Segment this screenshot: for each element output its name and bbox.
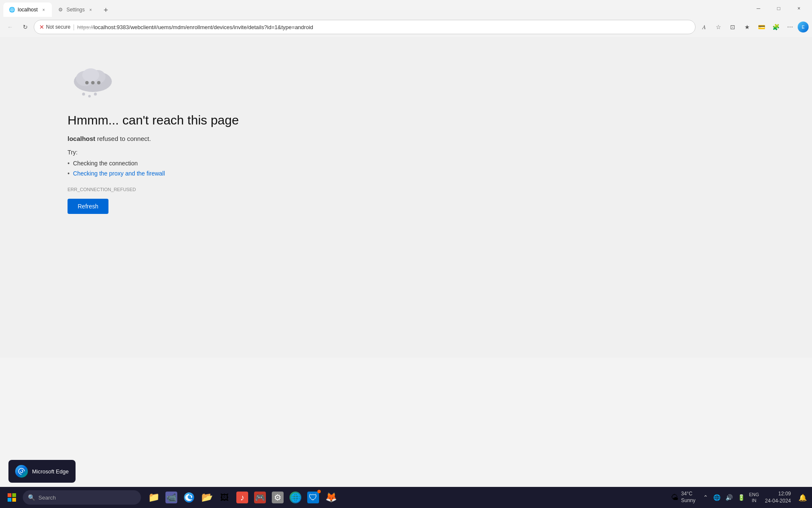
notification-button[interactable]: 🔔: [797, 492, 809, 503]
svg-point-3: [82, 68, 99, 82]
tab-localhost[interactable]: 🌐 localhost ×: [3, 3, 52, 17]
maps-icon: 🌐: [290, 492, 301, 503]
taskbar: 🔍 Search 📁 📹 📂: [0, 487, 812, 508]
try-item-connection-text: Checking the connection: [73, 160, 138, 167]
url-display: https://localhost:9383/webclient#/uems/m…: [77, 24, 690, 30]
refresh-button[interactable]: ↻: [19, 20, 32, 34]
taskbar-app-music[interactable]: ♪: [234, 489, 251, 506]
taskbar-pinned-apps: 📁 📹 📂 🖼 ♪: [145, 489, 339, 506]
teams-icon: 📹: [165, 492, 177, 503]
taskbar-app-security[interactable]: 🛡: [305, 489, 322, 506]
read-aloud-button[interactable]: 𝐴: [697, 20, 711, 34]
settings-icon: ⚙: [272, 492, 284, 503]
show-hidden-icon[interactable]: ⌃: [701, 492, 710, 503]
taskbar-app-app1[interactable]: 🎮: [252, 489, 268, 506]
security-app-icon: 🛡: [307, 492, 319, 503]
try-item-proxy-link[interactable]: Checking the proxy and the firewall: [73, 170, 165, 177]
file-explorer-icon: 📁: [148, 492, 160, 503]
volume-icon[interactable]: 🔊: [724, 492, 734, 503]
tab-close-localhost[interactable]: ×: [40, 6, 47, 13]
error-illustration: [68, 62, 118, 100]
taskbar-weather[interactable]: 🌤 34°C Sunny: [668, 489, 699, 505]
security-error-icon: ✕: [39, 24, 44, 30]
taskbar-search-box[interactable]: 🔍 Search: [23, 490, 141, 505]
extensions-button[interactable]: 🧩: [769, 20, 782, 34]
security-label: Not secure: [46, 24, 70, 30]
svg-rect-13: [12, 498, 16, 502]
edge-logo: [15, 465, 28, 478]
taskbar-search-text: Search: [38, 494, 56, 501]
tab-favicon-localhost: 🌐: [8, 6, 15, 13]
taskbar-app-gallery[interactable]: 🖼: [216, 489, 233, 506]
svg-rect-12: [8, 498, 11, 502]
url-scheme: https://: [77, 24, 94, 30]
page-content: Hmmm... can't reach this page localhost …: [0, 37, 812, 358]
taskbar-app-maps[interactable]: 🌐: [287, 489, 304, 506]
date-display: 24-04-2024: [765, 497, 791, 505]
svg-rect-10: [8, 493, 11, 497]
tabs-area: 🌐 localhost × ⚙ Settings × +: [3, 0, 745, 17]
edge-notification-text: Microsoft Edge: [32, 468, 69, 475]
try-item-proxy: Checking the proxy and the firewall: [68, 170, 165, 177]
gallery-icon: 🖼: [219, 492, 230, 503]
firefox-icon: 🦊: [325, 492, 337, 503]
address-bar[interactable]: ✕ Not secure | https://localhost:9383/we…: [34, 20, 696, 34]
svg-point-7: [82, 93, 85, 96]
battery-icon[interactable]: 🔋: [736, 492, 747, 503]
new-tab-button[interactable]: +: [99, 3, 113, 17]
security-indicator: ✕ Not secure: [39, 24, 70, 30]
error-hostname: localhost: [68, 135, 95, 142]
split-screen-button[interactable]: ⊡: [726, 20, 739, 34]
try-item-connection: Checking the connection: [68, 160, 165, 167]
windows-logo-icon: [7, 493, 16, 502]
tab-favicon-settings: ⚙: [57, 6, 64, 13]
weather-temp: 34°C: [681, 491, 696, 497]
taskbar-app-folder[interactable]: 📂: [198, 489, 215, 506]
weather-condition: Sunny: [681, 497, 696, 504]
error-subtitle-rest: refused to connect.: [95, 135, 151, 142]
wallet-button[interactable]: 💳: [755, 20, 768, 34]
taskbar-right: 🌤 34°C Sunny ⌃ 🌐 🔊 🔋 ENG IN 12:09 24-04-…: [668, 489, 809, 505]
svg-point-5: [91, 81, 95, 84]
taskbar-app-teams[interactable]: 📹: [163, 489, 180, 506]
music-icon: ♪: [236, 492, 248, 503]
lang-line1: ENG: [749, 492, 759, 497]
taskbar-app-settings[interactable]: ⚙: [269, 489, 286, 506]
edge-notification: Microsoft Edge: [8, 460, 76, 483]
error-code: ERR_CONNECTION_REFUSED: [68, 187, 136, 192]
window-controls: ─ □ ×: [749, 2, 809, 15]
profile-button[interactable]: E: [798, 22, 809, 32]
maximize-button[interactable]: □: [769, 2, 788, 15]
svg-point-8: [88, 95, 91, 97]
taskbar-time[interactable]: 12:09 24-04-2024: [762, 490, 794, 505]
app1-icon: 🎮: [254, 492, 266, 503]
refresh-page-button[interactable]: Refresh: [68, 199, 108, 214]
svg-point-6: [97, 81, 100, 84]
network-icon[interactable]: 🌐: [712, 492, 722, 503]
weather-info: 34°C Sunny: [681, 491, 696, 504]
svg-rect-11: [12, 493, 16, 497]
taskbar-app-file-explorer[interactable]: 📁: [145, 489, 162, 506]
notification-dot: [317, 490, 321, 493]
try-label: Try:: [68, 149, 78, 156]
try-list: Checking the connection Checking the pro…: [68, 160, 165, 180]
tab-settings[interactable]: ⚙ Settings ×: [52, 3, 99, 17]
close-button[interactable]: ×: [789, 2, 809, 15]
favorites-button[interactable]: ☆: [712, 20, 725, 34]
start-button[interactable]: [3, 489, 20, 506]
more-tools-button[interactable]: ⋯: [783, 20, 797, 34]
taskbar-language[interactable]: ENG IN: [749, 492, 759, 504]
collections-button[interactable]: ★: [740, 20, 754, 34]
svg-point-9: [94, 93, 97, 96]
error-title: Hmmm... can't reach this page: [68, 113, 239, 127]
minimize-button[interactable]: ─: [749, 2, 768, 15]
back-button[interactable]: ←: [3, 20, 17, 34]
tab-close-settings[interactable]: ×: [87, 6, 94, 13]
taskbar-app-edge[interactable]: [181, 489, 198, 506]
title-bar: 🌐 localhost × ⚙ Settings × + ─ □ ×: [0, 0, 812, 17]
taskbar-app-firefox[interactable]: 🦊: [322, 489, 339, 506]
tab-label-settings: Settings: [66, 7, 84, 13]
taskbar-search-icon: 🔍: [28, 494, 35, 501]
weather-icon: 🌤: [671, 493, 679, 502]
toolbar-icons: 𝐴 ☆ ⊡ ★ 💳 🧩 ⋯ E: [697, 20, 809, 34]
